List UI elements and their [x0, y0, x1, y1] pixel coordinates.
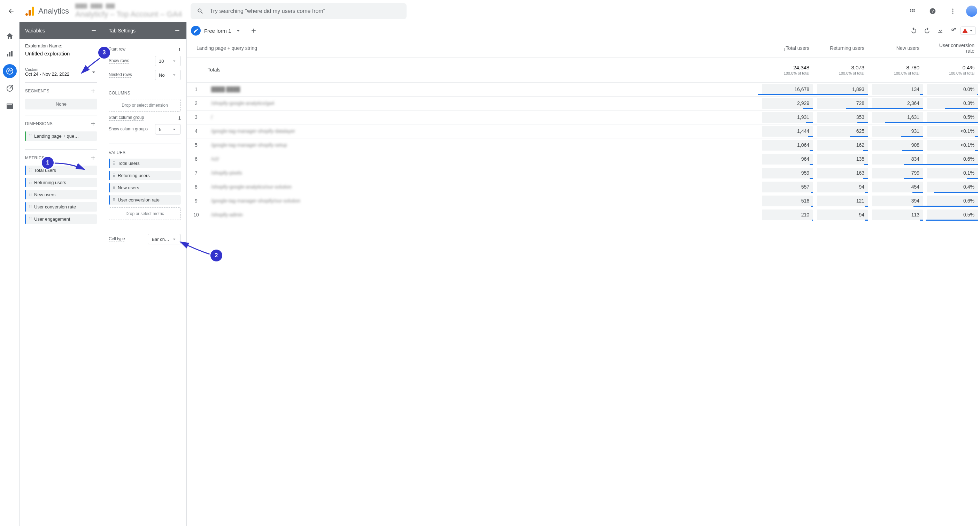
metric-chip[interactable]: User engagement [25, 214, 97, 224]
add-segment-button[interactable] [89, 87, 97, 95]
table-cell: 557 [760, 180, 815, 194]
drag-handle-icon [29, 218, 31, 220]
table-cell: <0.1% [925, 138, 980, 152]
nav-configure[interactable] [3, 99, 17, 113]
svg-rect-10 [11, 51, 13, 56]
add-tab-button[interactable] [247, 24, 260, 37]
search-input[interactable] [210, 8, 400, 14]
ga-logo-icon [24, 6, 35, 17]
svg-text:?: ? [932, 9, 934, 13]
table-cell: 0.5% [925, 208, 980, 222]
table-row[interactable]: 10 /shopify-admin 210941130.5% [187, 208, 980, 222]
table-row[interactable]: 2 /shopify-google-analytics/ga4 2,929728… [187, 96, 980, 110]
col-header-total-users[interactable]: ↓Total users [760, 39, 815, 57]
exploration-name-input[interactable] [25, 50, 97, 57]
row-dimension: ████ ████ [205, 82, 760, 96]
show-col-select[interactable]: 5 [155, 124, 181, 135]
dimension-chip[interactable]: Landing page + que… [25, 131, 97, 141]
metric-chip[interactable]: User conversion rate [25, 202, 97, 212]
bar-chart-icon [6, 49, 14, 58]
table-cell: 162 [815, 138, 870, 152]
dimensions-header: DIMENSIONS [25, 121, 52, 126]
segments-none[interactable]: None [25, 99, 97, 110]
apps-button[interactable] [905, 4, 920, 18]
back-button[interactable] [7, 7, 15, 15]
metric-chip[interactable]: Returning users [25, 178, 97, 187]
columns-drop-zone[interactable]: Drop or select dimension [109, 99, 181, 112]
show-rows-label: Show rows [109, 58, 129, 64]
date-range-picker[interactable]: Custom Oct 24 - Nov 22, 2022 [25, 67, 97, 77]
columns-header: COLUMNS [109, 91, 181, 96]
account-selector[interactable]: ████ · ████ · ███ Analyticfy – Top Accou… [75, 3, 182, 19]
nav-explore[interactable] [3, 64, 17, 78]
table-cell: 0.3% [925, 96, 980, 110]
start-row-label: Start row [109, 47, 126, 52]
help-button[interactable]: ? [926, 4, 940, 18]
row-dimension: /shopify-pixels [205, 166, 760, 180]
table-row[interactable]: 7 /shopify-pixels 9591637990.1% [187, 166, 980, 180]
collapse-icon[interactable] [174, 27, 181, 34]
values-drop-zone[interactable]: Drop or select metric [109, 207, 181, 220]
nav-rail [0, 22, 19, 526]
table-row[interactable]: 5 /google-tag-manager-shopify-setup 1,06… [187, 138, 980, 152]
chevron-down-icon [969, 28, 974, 33]
add-dimension-button[interactable] [89, 120, 97, 128]
share-button[interactable] [947, 24, 960, 37]
value-chip[interactable]: New users [109, 183, 181, 193]
tab-freeform[interactable]: Free form 1 [191, 26, 242, 35]
add-metric-button[interactable] [89, 154, 97, 162]
search-bar[interactable] [191, 3, 407, 19]
variables-title: Variables [25, 28, 45, 33]
row-dimension: /v2/ [205, 152, 760, 166]
table-row[interactable]: 4 /google-tag-manager-shopify-datalayer … [187, 124, 980, 138]
table-row[interactable]: 6 /v2/ 9641358340.6% [187, 152, 980, 166]
table-cell: 210 [760, 208, 815, 222]
col-header-returning-users[interactable]: Returning users [815, 39, 870, 57]
nav-home[interactable] [3, 29, 17, 43]
value-chip[interactable]: Returning users [109, 171, 181, 180]
nav-advertising[interactable] [3, 81, 17, 96]
metric-chip[interactable]: New users [25, 190, 97, 199]
cell-type-label: Cell type [109, 236, 125, 242]
plus-icon [89, 120, 97, 127]
table-cell: 1,444 [760, 124, 815, 138]
home-icon [6, 32, 14, 40]
collapse-icon[interactable] [90, 27, 97, 34]
start-row-value[interactable]: 1 [170, 47, 181, 52]
table-row[interactable]: 9 /google-tag-manager-shopify/our-soluti… [187, 194, 980, 208]
data-table: Landing page + query string ↓Total users… [187, 39, 980, 222]
drag-handle-icon [113, 199, 115, 201]
col-header-dimension[interactable]: Landing page + query string [187, 39, 760, 57]
start-col-value[interactable]: 1 [170, 115, 181, 121]
table-cell: 0.6% [925, 194, 980, 208]
table-row[interactable]: 1 ████ ████ 16,6781,8931340.0% [187, 82, 980, 96]
undo-button[interactable] [908, 24, 920, 37]
show-rows-select[interactable]: 10 [155, 56, 181, 66]
col-header-new-users[interactable]: New users [870, 39, 925, 57]
col-header-conversion-rate[interactable]: User conversion rate [925, 39, 980, 57]
value-chip[interactable]: Total users [109, 159, 181, 168]
table-cell: 134 [870, 82, 925, 96]
nested-rows-select[interactable]: No [155, 70, 181, 80]
table-row[interactable]: 3 / 1,9313531,6310.5% [187, 110, 980, 124]
svg-rect-0 [32, 6, 34, 16]
more-menu-button[interactable] [946, 4, 960, 18]
account-avatar[interactable] [966, 6, 977, 17]
plus-icon [89, 155, 97, 161]
cell-type-select[interactable]: Bar ch… [148, 234, 181, 244]
table-cell: 0.4% [925, 180, 980, 194]
show-col-label: Show column groups [109, 126, 148, 132]
nav-reports[interactable] [3, 47, 17, 61]
metric-chip[interactable]: Total users [25, 166, 97, 175]
chevron-down-icon[interactable] [235, 27, 242, 34]
value-chip[interactable]: User conversion rate [109, 195, 181, 205]
data-quality-alert[interactable] [961, 27, 976, 35]
variables-panel: Variables Exploration Name: Custom Oct 2… [19, 22, 103, 526]
table-row[interactable]: 8 /shopify-google-analytics/our-solution… [187, 180, 980, 194]
row-index: 5 [187, 138, 205, 152]
row-index: 10 [187, 208, 205, 222]
redo-button[interactable] [921, 24, 933, 37]
download-button[interactable] [934, 24, 947, 37]
top-bar: Analytics ████ · ████ · ███ Analyticfy –… [0, 0, 980, 22]
product-logo[interactable]: Analytics [24, 6, 69, 17]
